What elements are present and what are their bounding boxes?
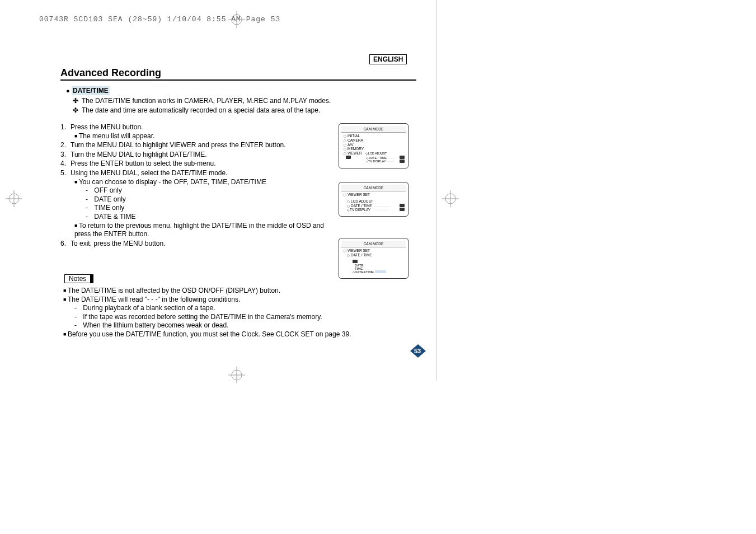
camera-icon — [400, 204, 405, 207]
step-num: 1. — [60, 123, 71, 132]
note-item: The DATE/TIME is not affected by the OSD… — [63, 287, 421, 296]
osd-diagram-1: CAM MODE INITIAL CAMERA A/V MEMORY VIEWE… — [339, 123, 408, 168]
intro-text: The date and time are automatically reco… — [82, 106, 320, 114]
crop-mark-icon — [6, 190, 22, 207]
note-item: Before you use the DATE/TIME function, y… — [63, 330, 421, 339]
diag-item: DATE&TIME — [355, 270, 374, 274]
note-dash: When the lithium battery becomes weak or… — [74, 321, 421, 330]
diag-item: CAMERA — [344, 138, 408, 143]
crop-mark-icon — [442, 190, 459, 207]
steps-list: 1.Press the MENU button. The menu list w… — [60, 123, 332, 249]
step-text: Turn the MENU DIAL to highlight DATE/TIM… — [71, 151, 207, 158]
diag-header: VIEWER SET — [344, 249, 408, 253]
language-badge: ENGLISH — [369, 54, 407, 64]
camera-icon — [346, 156, 351, 159]
diag-item: INITIAL — [344, 134, 408, 138]
camera-icon — [353, 260, 358, 263]
notes-content: The DATE/TIME is not affected by the OSD… — [63, 287, 421, 339]
diag-item: DATE / TIME — [347, 204, 372, 208]
section-heading: DATE/TIME — [72, 86, 110, 95]
page-title: Advanced Recording — [60, 67, 161, 79]
sub-item: The menu list will appear. — [74, 132, 332, 141]
step-text: Press the ENTER button to select the sub… — [71, 160, 215, 167]
intro-block: ✤The DATE/TIME function works in CAMERA,… — [73, 97, 331, 115]
diag-header: VIEWER SET — [344, 193, 408, 197]
osd-diagram-3: CAM MODE VIEWER SET DATE / TIME DATE TIM… — [339, 238, 408, 279]
note-dash: During playback of a blank section of a … — [74, 304, 421, 313]
step-num: 6. — [60, 240, 71, 249]
crop-mark-icon — [228, 367, 245, 383]
diag-item: A/V — [344, 143, 408, 147]
step-num: 3. — [60, 151, 71, 160]
diag-item: LCD ADJUST — [347, 199, 408, 204]
dash-item: OFF only — [86, 186, 332, 195]
fold-line — [436, 0, 437, 381]
diag-title: CAM MODE — [341, 241, 406, 247]
notes-label: Notes — [64, 274, 93, 283]
step-text: Using the MENU DIAL, select the DATE/TIM… — [71, 169, 228, 177]
step-num: 2. — [60, 141, 71, 150]
step-num: 5. — [60, 169, 71, 178]
dash-item: DATE only — [86, 195, 332, 204]
pointer-icon: ✤ — [73, 106, 78, 114]
camera-icon — [400, 160, 405, 163]
diag-sub: DATE / TIME — [347, 253, 408, 257]
pointer-icon: ✤ — [73, 97, 78, 105]
step-num: 4. — [60, 160, 71, 168]
intro-text: The DATE/TIME function works in CAMERA, … — [82, 97, 331, 105]
diag-item: TV DISPLAY — [350, 208, 370, 212]
note-dash: If the tape was recorded before setting … — [74, 313, 421, 322]
title-underline — [60, 79, 416, 81]
page-number: 53 — [414, 348, 421, 354]
sub-item: To return to the previous menu, highligh… — [74, 222, 332, 239]
step-text: Turn the MENU DIAL to highlight VIEWER a… — [71, 141, 286, 149]
bullet-icon: ● — [66, 87, 70, 94]
camera-icon — [400, 156, 405, 159]
diag-title: CAM MODE — [341, 185, 406, 191]
diag-item: MEMORY — [344, 147, 408, 151]
diag-sub: TV DISPLAY ········· — [366, 160, 408, 163]
step-text: To exit, press the MENU button. — [71, 240, 165, 247]
diag-sub: LCD ADJUST — [368, 152, 387, 155]
dash-item: TIME only — [86, 204, 332, 213]
note-item: The DATE/TIME will read "- - -" in the f… — [63, 296, 421, 305]
diag-item: VIEWER — [344, 151, 362, 155]
sub-item: You can choose to display - the OFF, DAT… — [74, 178, 332, 187]
diag-title: CAM MODE — [341, 126, 406, 133]
crop-mark-icon — [228, 11, 245, 28]
osd-diagram-2: CAM MODE VIEWER SET LCD ADJUST DATE / TI… — [339, 182, 408, 217]
step-text: Press the MENU button. — [71, 123, 143, 131]
dash-item: DATE & TIME — [86, 213, 332, 222]
camera-icon — [400, 208, 405, 211]
